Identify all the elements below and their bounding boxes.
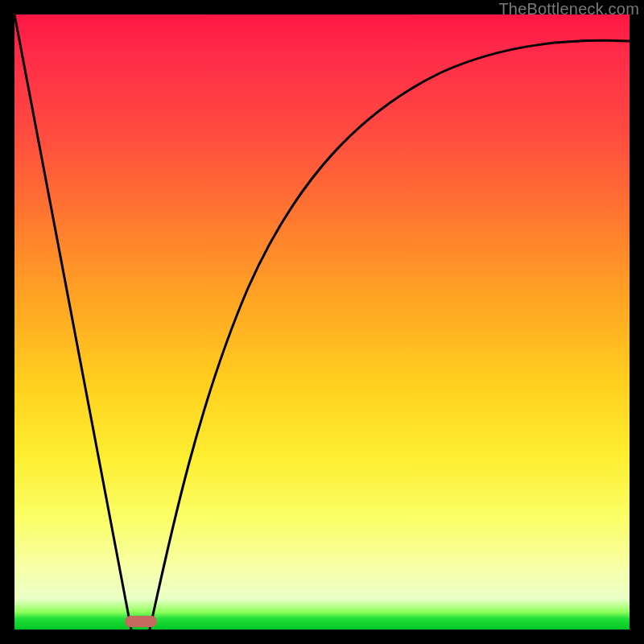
curve-left-branch [14, 14, 131, 630]
curve-right-branch [150, 40, 630, 630]
chart-container: TheBottleneck.com [0, 0, 644, 644]
plot-area [14, 14, 630, 630]
attribution-label: TheBottleneck.com [498, 0, 639, 19]
curve-layer [14, 14, 630, 630]
bottleneck-marker [125, 616, 157, 627]
